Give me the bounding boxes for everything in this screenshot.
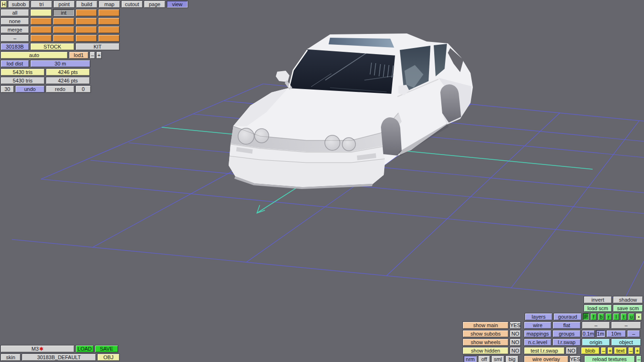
scm-row: load scm save scm — [584, 304, 643, 312]
subobj-cell[interactable] — [75, 26, 97, 33]
show-hidden-toggle[interactable]: NO — [510, 347, 521, 354]
undo-button[interactable]: undo — [15, 85, 45, 93]
subobj-cell[interactable] — [30, 26, 52, 33]
lod-auto-button[interactable]: auto — [0, 51, 68, 59]
save-button[interactable]: SAVE — [95, 345, 118, 353]
tab-page[interactable]: page — [144, 0, 165, 8]
proj-b-button[interactable]: b — [598, 313, 604, 321]
tab-cutout[interactable]: cutout — [121, 0, 143, 8]
wire-button[interactable]: wire — [524, 321, 552, 329]
nrm-big-button[interactable]: big — [505, 355, 519, 362]
show-hidden-button[interactable]: show hidden — [462, 347, 509, 354]
subobj-cell[interactable] — [30, 17, 52, 25]
nrm-button[interactable]: nrm — [463, 355, 477, 362]
proj-f-button[interactable]: f — [590, 313, 597, 321]
tab-map[interactable]: map — [99, 0, 120, 8]
flat-button[interactable]: flat — [553, 321, 581, 329]
grid-10m-button[interactable]: 10m — [606, 330, 626, 337]
save-scm-button[interactable]: save scm — [613, 304, 643, 312]
proj-l-button[interactable]: l — [613, 313, 619, 321]
subobj-cell[interactable] — [53, 17, 74, 25]
grid-1m-button[interactable]: 1m — [596, 330, 605, 337]
subobj-cell-int[interactable]: int — [53, 9, 74, 16]
dash-button[interactable]: – — [0, 34, 29, 42]
lod1-button[interactable]: lod1 — [69, 51, 89, 59]
merge-button[interactable]: merge — [0, 26, 29, 33]
subobj-cell[interactable] — [53, 26, 74, 33]
skin-button[interactable]: skin — [0, 354, 21, 361]
grid-01m-button[interactable]: 0.1m — [582, 330, 595, 337]
proj-u-button[interactable]: u — [628, 313, 635, 321]
reload-dash-button[interactable]: – — [636, 355, 642, 362]
nclevel-button[interactable]: n.c.level — [524, 338, 552, 346]
proj-r-button[interactable]: r — [605, 313, 612, 321]
subobj-cell[interactable] — [75, 9, 97, 16]
grid-dash-button[interactable]: – — [627, 330, 640, 337]
load-button[interactable]: LOAD — [75, 345, 94, 353]
select-all-button[interactable]: all — [0, 9, 29, 16]
wire-overlay-button[interactable]: wire overlay — [524, 355, 569, 362]
show-subobs-toggle[interactable]: NO — [510, 330, 521, 337]
tab-build[interactable]: build — [76, 0, 98, 8]
blob-minus-button[interactable]: – — [601, 347, 606, 354]
subobj-cell[interactable] — [98, 9, 120, 16]
select-none-button[interactable]: none — [0, 17, 29, 25]
model-id-button[interactable]: 30183B — [0, 43, 29, 50]
origin-button[interactable]: origin — [582, 338, 610, 346]
tab-subob[interactable]: subob — [8, 0, 30, 8]
text-plus-button[interactable]: + — [635, 347, 640, 354]
show-subobs-button[interactable]: show subobs — [462, 330, 509, 337]
blob-button[interactable]: blob — [581, 347, 600, 354]
tab-point[interactable]: point — [53, 0, 75, 8]
subobj-cell-active[interactable] — [30, 9, 52, 16]
lod-dist-value[interactable]: 30 m — [30, 60, 91, 67]
subobj-cell[interactable] — [98, 34, 120, 42]
invert-button[interactable]: invert — [584, 296, 612, 304]
subobj-cell[interactable] — [53, 34, 74, 42]
lod-minus-button[interactable]: – — [90, 51, 95, 59]
test-lrswap-toggle[interactable]: NO — [566, 347, 577, 354]
subobj-cell[interactable] — [98, 26, 120, 33]
show-wheels-toggle[interactable]: NO — [510, 338, 521, 346]
proj-p-button[interactable]: P — [583, 313, 589, 321]
tab-view[interactable]: view — [166, 0, 188, 8]
blob-plus-button[interactable]: + — [607, 347, 613, 354]
lrswap-button[interactable]: l.r.swap — [553, 338, 581, 346]
layers-button[interactable]: layers — [525, 313, 553, 321]
text-minus-button[interactable]: – — [628, 347, 634, 354]
nrm-sml-button[interactable]: sml — [491, 355, 504, 362]
lod-plus-button[interactable]: + — [96, 51, 102, 59]
proj-t-button[interactable]: t — [620, 313, 627, 321]
dash2-button[interactable]: – — [611, 321, 641, 329]
lod-dist-label[interactable]: lod dist — [0, 60, 29, 67]
redo-button[interactable]: redo — [46, 85, 74, 93]
wire-overlay-toggle[interactable]: YES — [570, 355, 581, 362]
load-scm-button[interactable]: load scm — [584, 304, 612, 312]
test-lrswap-button[interactable]: test l.r.swap — [524, 347, 565, 354]
stock-button[interactable]: STOCK — [30, 43, 74, 50]
subobj-cell[interactable] — [30, 34, 52, 42]
text-button[interactable]: text — [614, 347, 627, 354]
subobj-cell[interactable] — [75, 34, 97, 42]
proj-dot-button[interactable]: • — [636, 313, 642, 321]
tab-tri[interactable]: tri — [31, 0, 52, 8]
reload-textures-button[interactable]: reload textures — [584, 355, 635, 362]
kit-button[interactable]: KIT — [75, 43, 120, 50]
tab-h[interactable]: H — [0, 0, 7, 8]
subobj-cell[interactable] — [75, 17, 97, 25]
skin-name-button[interactable]: 30183B_DEFAULT — [22, 354, 96, 361]
object-button[interactable]: object — [611, 338, 641, 346]
subobj-cell[interactable] — [98, 17, 120, 25]
show-main-toggle[interactable]: YES — [510, 321, 521, 329]
nrm-off-button[interactable]: off — [478, 355, 490, 362]
groups-button[interactable]: groups — [553, 330, 581, 337]
car-front-arch — [381, 117, 402, 156]
show-main-button[interactable]: show main — [462, 321, 509, 329]
gouraud-button[interactable]: gouraud — [553, 313, 582, 321]
mappings-button[interactable]: mappings — [524, 330, 552, 337]
shadow-button[interactable]: shadow — [613, 296, 643, 304]
show-wheels-button[interactable]: show wheels — [462, 338, 509, 346]
obj-button[interactable]: OBJ — [97, 354, 120, 361]
dash1-button[interactable]: – — [582, 321, 610, 329]
model-name-button[interactable]: M3✱ — [0, 345, 74, 353]
